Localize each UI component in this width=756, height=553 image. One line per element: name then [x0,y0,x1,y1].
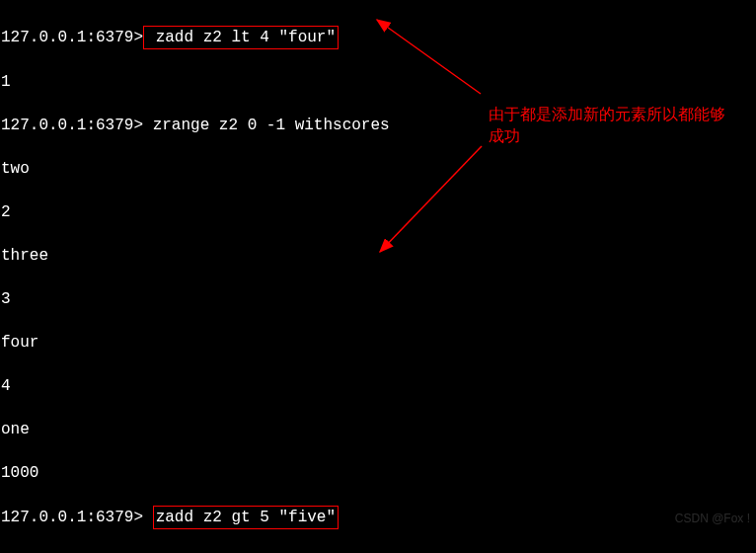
output-line: 1000 [1,462,755,484]
command-pre [143,509,153,526]
output-line: two [1,158,755,180]
output-line: one [1,419,755,440]
terminal[interactable]: 127.0.0.1:6379> zadd z2 lt 4 "four" 1 12… [0,0,756,553]
prompt: 127.0.0.1:6379> [1,117,143,134]
command-line-1: 127.0.0.1:6379> zadd z2 lt 4 "four" [1,26,755,49]
prompt: 127.0.0.1:6379> [1,509,143,526]
annotation-text: 由于都是添加新的元素所以都能够 成功 [489,104,745,147]
highlighted-command-2: zadd z2 gt 5 "five" [153,506,339,529]
output-line: three [1,245,755,267]
output-line: 3 [1,288,755,310]
annotation-line1: 由于都是添加新的元素所以都能够 [489,104,745,125]
command-line-3: 127.0.0.1:6379> zadd z2 gt 5 "five" [1,506,755,529]
output-line: 2 [1,201,755,223]
watermark: CSDN @Fox ! [675,508,750,529]
output-line: 1 [1,71,755,93]
highlighted-command-1: zadd z2 lt 4 "four" [143,26,339,49]
command-text: zrange z2 0 -1 withscores [143,117,390,134]
output-line: 4 [1,375,755,397]
output-line: four [1,332,755,354]
prompt: 127.0.0.1:6379> [1,29,143,46]
annotation-line2: 成功 [489,125,745,147]
